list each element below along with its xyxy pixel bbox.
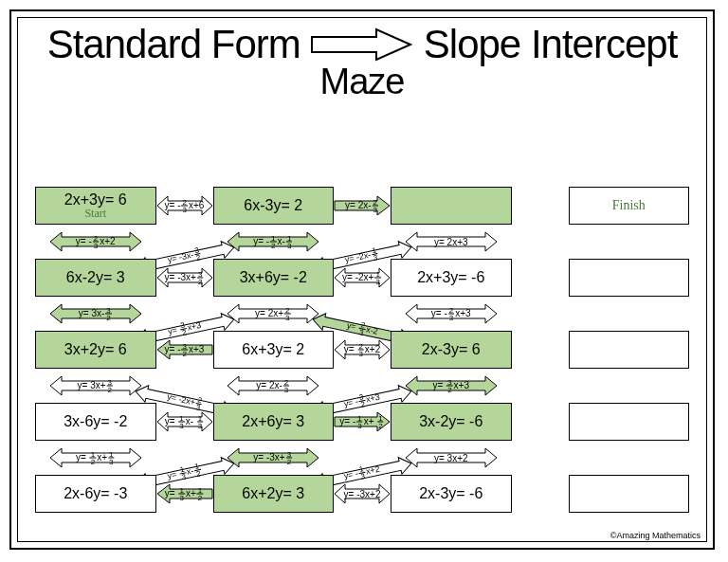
varrow-row: y= 3x+32y= -2x+23y= 2x-23y= -32x+3y= 32x… [35,369,689,403]
h-arrow: y= -3x+32 [156,266,213,289]
credit-text: ©Amazing Mathematics [610,531,701,540]
v-slot: y= 2x+3 [391,230,512,253]
box-row: 2x-6y= -3y= 13x+126x+2y= 3y= -3x+22x-3y=… [35,475,689,513]
box-row: 6x-2y= 3y= -3x+323x+6y= -2y= -2x+132x+3y… [35,259,689,297]
maze-box [569,475,690,513]
v-slot: y= -12x-13 [213,230,335,253]
box-row: 3x-6y= -2y= 13x- 132x+6y= 3y= -13x+ 123x… [35,403,689,441]
v-slot: y= 3x+2 [391,446,512,469]
v-slot: y= -3x+32 [213,446,335,469]
h-arrow: y= -13x+ 12 [334,410,391,433]
box-row: 2x+3y= 6Starty= -23x+66x-3y= 2y= 2x-23Fi… [35,187,689,225]
v-arrow: y= 32x+3 [404,374,499,397]
h-arrow: y= 23x+2 [334,338,391,361]
maze-box [569,259,690,297]
v-arrow: y= 3x+2 [404,446,499,469]
maze-box: 3x-6y= -2 [35,403,156,441]
v-slot: y= 12x+13 [35,446,156,469]
v-slot: y= -23x+3 [391,302,512,325]
h-arrow: y= -2x+13 [334,266,391,289]
h-arrow: y= -3x+2 [334,482,391,505]
v-arrow: y= 3x+32 [48,374,143,397]
maze-box: 3x+2y= 6 [35,331,156,369]
v-arrow: y= 2x-23 [226,374,320,397]
title-row: Standard Form Slope Intercept [18,18,706,67]
v-arrow: y= -12x-13 [226,230,320,253]
maze-box: 3x-2y= -6 [391,403,512,441]
box-row: 3x+2y= 6y= -32x+36x+3y= 2y= 23x+22x-3y= … [35,331,689,369]
v-slot: y= 3x-32 [35,302,156,325]
v-arrow: y= -3x+32 [226,446,320,469]
v-slot: y= 2x-23 [213,374,335,397]
varrow-row: y= 3x-32y= 32x+3y= 2x+23y= 23x-2y= -23x+… [35,297,689,331]
maze-box [569,331,690,369]
varrow-row: y= 12x+13y= 13x-12y= -3x+32y= -13x+2y= 3… [35,441,689,475]
h-arrow: y= 2x-23 [334,194,391,217]
v-arrow: y= -23x+2 [48,230,143,253]
title-arrow-icon [310,26,414,63]
v-arrow: y= 12x+13 [48,446,143,469]
maze-box: Finish [569,187,690,225]
maze-box: 3x+6y= -2 [213,259,335,297]
maze-box: 2x+6y= 3 [213,403,335,441]
maze-box: 2x+3y= -6 [391,259,512,297]
v-arrow: y= 2x+3 [404,230,499,253]
varrow-row: y= -23x+2y= -3x-32y= -12x-13y= -2x-13y= … [35,225,689,259]
maze-box: 6x+3y= 2 [213,331,335,369]
maze-grid: 2x+3y= 6Starty= -23x+66x-3y= 2y= 2x-23Fi… [35,187,689,513]
h-arrow: y= 13x+12 [156,482,213,505]
maze-box: 6x+2y= 3 [213,475,335,513]
maze-box: 2x-3y= -6 [391,475,512,513]
inner-frame: Standard Form Slope Intercept Maze 2x+3y… [17,17,707,542]
h-arrow: y= 13x- 13 [156,410,213,433]
v-arrow: y= 3x-32 [48,302,143,325]
maze-box: 2x-6y= -3 [35,475,156,513]
title-left: Standard Form [47,22,300,67]
maze-box: 2x+3y= 6Start [35,187,156,225]
title-right: Slope Intercept [424,22,678,67]
outer-frame: Standard Form Slope Intercept Maze 2x+3y… [9,9,715,550]
maze-box: 6x-3y= 2 [213,187,335,225]
maze-box: 6x-2y= 3 [35,259,156,297]
h-arrow: y= -23x+6 [156,194,213,217]
v-slot: y= -23x+2 [35,230,156,253]
subtitle: Maze [18,62,706,102]
v-arrow: y= 2x+23 [226,302,320,325]
v-arrow: y= -23x+3 [404,302,499,325]
maze-box [569,403,690,441]
maze-box [391,187,512,225]
maze-box: 2x-3y= 6 [391,331,512,369]
v-slot: y= 32x+3 [391,374,512,397]
h-arrow: y= -32x+3 [156,338,213,361]
